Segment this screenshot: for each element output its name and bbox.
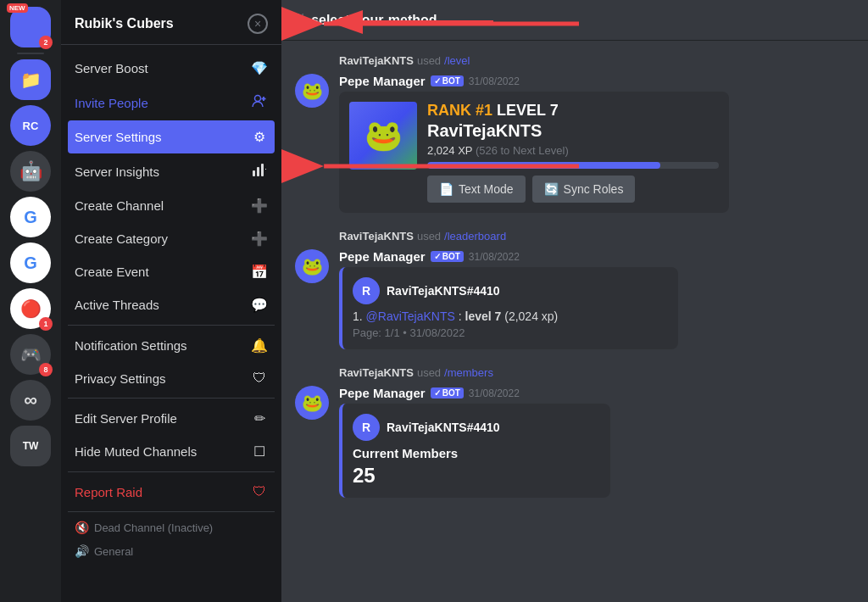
voice-icon: 🔇 (75, 521, 89, 534)
general-channel-label: General (94, 545, 133, 558)
server-icon-google1[interactable]: G (10, 197, 51, 237)
sidebar-item-edit-server-profile[interactable]: Edit Server Profile ✏ (68, 402, 275, 435)
msg-row-leaderboard: 🐸 Pepe Manager ✓ BOT 31/08/2022 R RaviTe… (295, 249, 854, 349)
svg-rect-3 (253, 170, 255, 176)
report-icon: 🛡 (251, 484, 268, 499)
text-mode-label: Text Mode (459, 182, 514, 196)
sidebar-item-notification-settings[interactable]: Notification Settings 🔔 (68, 329, 275, 362)
svg-point-0 (255, 96, 261, 102)
edit-icon: ✏ (251, 410, 268, 426)
sidebar-item-create-category[interactable]: Create Category ➕ (68, 222, 275, 255)
bot-avatar-level: 🐸 (295, 74, 329, 108)
tw-label: TW (23, 440, 39, 452)
server-icon-rc[interactable]: RC (10, 105, 51, 146)
members-header-label: Current Members (353, 446, 600, 460)
xp-next: (526 to Next Level) (476, 144, 569, 157)
hide-muted-label: Hide Muted Channels (75, 444, 251, 459)
msg-row-level: 🐸 Pepe Manager ✓ BOT 31/08/2022 🐸 (295, 74, 854, 213)
sync-roles-button[interactable]: 🔄 Sync Roles (532, 176, 636, 203)
main-content: # select-your-method RaviTejaKNTS used /… (281, 0, 868, 602)
close-button[interactable]: × (248, 14, 268, 34)
bot-badge-level: ✓ BOT (431, 75, 464, 86)
level-rank: RANK #1 LEVEL 7 (427, 102, 719, 120)
members-lb-user-row: R RaviTejaKNTS#4410 (353, 414, 600, 441)
sidebar-item-server-settings[interactable]: Server Settings ⚙ (68, 120, 275, 153)
dropdown-panel: Rubik's Cubers × Server Boost 💎 Invite P… (61, 0, 281, 602)
invite-people-label: Invite People (75, 96, 251, 110)
folder-icon: 📁 (20, 70, 42, 90)
lb-meta: Page: 1/1 • 31/08/2022 (353, 326, 668, 339)
dropdown-divider-3 (68, 471, 275, 472)
level-embed-image: 🐸 (349, 102, 417, 170)
sidebar-item-active-threads[interactable]: Active Threads 💬 (68, 288, 275, 321)
channel-hash: # (295, 10, 304, 30)
trigger-cmd-lb: /leaderboard (444, 230, 506, 242)
create-channel-label: Create Channel (75, 198, 251, 213)
create-event-icon: 📅 (251, 264, 268, 280)
lb-entry: 1. @RaviTejaKNTS : level 7 (2,024 xp) (353, 309, 668, 323)
stadia-icon: 🎮 (20, 344, 42, 365)
level-embed-right: RANK #1 LEVEL 7 RaviTejaKNTS 2,024 XP (5… (427, 102, 719, 203)
lb-mention: @RaviTejaKNTS (366, 309, 455, 323)
msg-author-level: Pepe Manager (339, 74, 426, 88)
msg-body-members: Pepe Manager ✓ BOT 31/08/2022 R RaviTeja… (339, 386, 854, 498)
stadia-badge: 8 (39, 363, 53, 376)
chrome-icon: 🔴 (20, 298, 42, 319)
svg-rect-4 (257, 167, 259, 176)
msg-row-members: 🐸 Pepe Manager ✓ BOT 31/08/2022 R RaviTe… (295, 386, 854, 498)
voice-channel-general[interactable]: 🔊 General (68, 539, 275, 563)
server-icon-google2[interactable]: G (10, 242, 51, 283)
sidebar-item-privacy-settings[interactable]: Privacy Settings 🛡 (68, 362, 275, 394)
members-embed: R RaviTejaKNTS#4410 Current Members 25 (339, 404, 610, 498)
report-raid-label: Report Raid (75, 485, 251, 499)
server-icon-folder1[interactable]: 📁 (10, 59, 51, 100)
google-icon: G (24, 208, 37, 227)
rank-number: RANK #1 (427, 102, 492, 119)
sidebar-item-invite-people[interactable]: Invite People (68, 85, 275, 120)
trigger-cmd-level: /level (444, 54, 470, 67)
insights-icon (251, 162, 268, 181)
dropdown-items-list: Server Boost 💎 Invite People Server Sett… (61, 45, 281, 602)
create-category-icon: ➕ (251, 231, 268, 247)
msg-body-lb: Pepe Manager ✓ BOT 31/08/2022 R RaviTeja… (339, 249, 854, 349)
sidebar-item-create-channel[interactable]: Create Channel ➕ (68, 189, 275, 222)
server-icon-android[interactable]: 🤖 (10, 151, 51, 192)
sidebar-item-server-boost[interactable]: Server Boost 💎 (68, 52, 275, 85)
privacy-icon: 🛡 (251, 371, 268, 386)
server-icon-tw[interactable]: TW (10, 426, 51, 466)
level-number: LEVEL 7 (497, 102, 559, 119)
settings-icon: ⚙ (251, 129, 268, 145)
text-mode-button[interactable]: 📄 Text Mode (427, 176, 526, 203)
msg-time-level: 31/08/2022 (469, 75, 520, 87)
voice-channel-dead[interactable]: 🔇 Dead Channel (Inactive) (68, 516, 275, 539)
hide-muted-icon: ☐ (251, 443, 268, 460)
server-icon-chrome[interactable]: 🔴 1 (10, 288, 51, 329)
dropdown-title: Rubik's Cubers (75, 16, 174, 31)
sidebar-item-report-raid[interactable]: Report Raid 🛡 (68, 476, 275, 508)
message-group-members: RaviTejaKNTS used /members 🐸 Pepe Manage… (295, 366, 854, 498)
server-icon-stadia[interactable]: 🎮 8 (10, 334, 51, 375)
server-icon-infinity[interactable]: ∞ (10, 380, 51, 421)
sidebar-item-hide-muted-channels[interactable]: Hide Muted Channels ☐ (68, 435, 275, 468)
members-lb-username: RaviTejaKNTS#4410 (387, 421, 500, 434)
privacy-settings-label: Privacy Settings (75, 371, 251, 386)
create-event-label: Create Event (75, 265, 251, 279)
level-embed: 🐸 RANK #1 LEVEL 7 RaviTejaKNTS 2,024 XP … (339, 92, 729, 213)
sidebar-item-create-event[interactable]: Create Event 📅 (68, 255, 275, 288)
sidebar-item-server-insights[interactable]: Server Insights (68, 153, 275, 189)
active-threads-label: Active Threads (75, 298, 251, 312)
msg-header-lb: Pepe Manager ✓ BOT 31/08/2022 (339, 249, 854, 264)
lb-avatar: R (353, 277, 380, 304)
server-boost-label: Server Boost (75, 61, 251, 75)
general-voice-icon: 🔊 (75, 544, 89, 558)
server-sidebar: NEW 2 📁 RC 🤖 G G 🔴 1 🎮 8 ∞ TW (0, 0, 61, 602)
bot-avatar-lb: 🐸 (295, 249, 329, 283)
server-icon-new[interactable]: NEW 2 (10, 7, 51, 47)
server-settings-label: Server Settings (75, 130, 251, 144)
bot-avatar-members: 🐸 (295, 386, 329, 420)
xp-bar (427, 162, 719, 169)
create-category-label: Create Category (75, 231, 251, 246)
bot-check-icon-members: ✓ (434, 388, 441, 398)
android-icon: 🤖 (19, 160, 42, 182)
dropdown-divider-4 (68, 511, 275, 512)
